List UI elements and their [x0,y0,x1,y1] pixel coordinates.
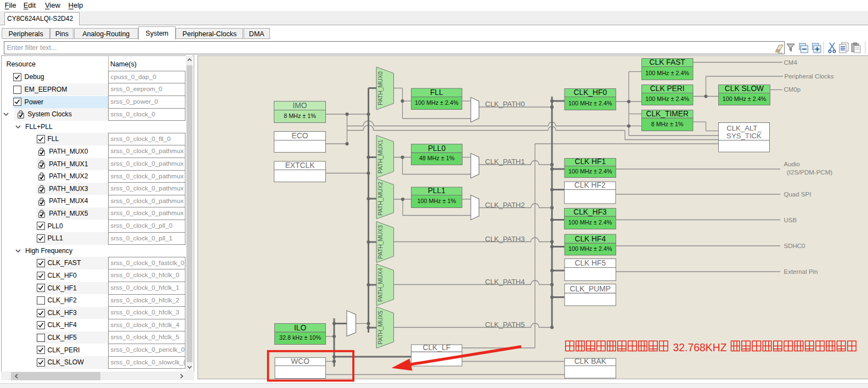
svg-text:CLK HF4: CLK HF4 [574,235,606,243]
svg-text:Quad SPI: Quad SPI [784,191,811,198]
svg-text:IMO: IMO [292,102,307,110]
svg-text:PATH_MUX2: PATH_MUX2 [377,182,384,216]
svg-text:CLK_PATH1: CLK_PATH1 [485,158,525,166]
svg-text:USB: USB [784,217,797,223]
svg-text:100 MHz ± 2.4%: 100 MHz ± 2.4% [723,95,766,102]
svg-text:PATH_MUX3: PATH_MUX3 [377,225,384,259]
svg-text:48 MHz ± 1%: 48 MHz ± 1% [419,155,455,161]
svg-text:CLK FAST: CLK FAST [650,58,686,66]
svg-text:PATH_MUX1: PATH_MUX1 [377,139,384,173]
svg-text:100 MHz ± 2.4%: 100 MHz ± 2.4% [645,70,689,76]
svg-text:CLK BAK: CLK BAK [574,357,607,365]
svg-text:Peripheral Clocks: Peripheral Clocks [785,73,834,80]
svg-text:100 MHz ± 2.4%: 100 MHz ± 2.4% [568,219,612,226]
svg-text:CLK_PATH4: CLK_PATH4 [485,278,525,286]
svg-text:100 MHz ± 2.4%: 100 MHz ± 2.4% [645,95,689,102]
svg-text:CLK HF1: CLK HF1 [574,158,606,166]
svg-text:External Pin: External Pin [784,268,818,275]
svg-text:FLL: FLL [430,88,443,97]
svg-text:CM4: CM4 [784,59,798,66]
svg-text:CLK_ALT_: CLK_ALT_ [726,124,762,132]
svg-text:SYS_TICK: SYS_TICK [726,132,762,140]
svg-text:PATH_MUX0: PATH_MUX0 [377,71,384,105]
svg-text:SDHC0: SDHC0 [784,243,805,249]
svg-text:ECO: ECO [292,132,308,140]
svg-text:PLL1: PLL1 [428,187,446,195]
svg-text:100 MHz ± 1%: 100 MHz ± 1% [417,198,456,204]
svg-text:8 MHz ± 1%: 8 MHz ± 1% [651,121,684,127]
svg-text:100 MHz ± 2.4%: 100 MHz ± 2.4% [568,245,612,252]
svg-text:8 MHz ± 1%: 8 MHz ± 1% [284,113,316,119]
svg-text:100 MHz ± 2.4%: 100 MHz ± 2.4% [568,100,612,106]
svg-text:CLK_PATH0: CLK_PATH0 [485,100,525,108]
svg-text:CLK HF2: CLK HF2 [574,181,606,189]
svg-text:CLK PERI: CLK PERI [650,85,685,93]
svg-text:(I2S/PDM-PCM): (I2S/PDM-PCM) [787,169,832,176]
svg-text:CLK HF5: CLK HF5 [574,259,606,267]
svg-text:CLK SLOW: CLK SLOW [725,85,764,93]
svg-text:CLK_PATH2: CLK_PATH2 [485,201,525,209]
svg-text:100 MHz ± 2.4%: 100 MHz ± 2.4% [568,168,612,175]
svg-text:Audio: Audio [784,161,800,167]
svg-text:EXTCLK: EXTCLK [285,161,315,170]
svg-text:CLK_PATH3: CLK_PATH3 [485,235,525,243]
svg-text:CLK_HF0: CLK_HF0 [574,88,607,97]
svg-text:100 MHz ± 2.4%: 100 MHz ± 2.4% [415,99,459,106]
svg-text:32.768KHZ: 32.768KHZ [673,341,727,353]
svg-text:CLK_PUMP: CLK_PUMP [570,285,611,293]
svg-text:CLK_TIMER: CLK_TIMER [646,110,688,118]
svg-text:PATH_MUX4: PATH_MUX4 [377,268,384,302]
svg-text:CLK_HF3: CLK_HF3 [573,208,607,216]
svg-text:PLL0: PLL0 [428,144,446,153]
svg-text:CM0p: CM0p [784,86,801,93]
